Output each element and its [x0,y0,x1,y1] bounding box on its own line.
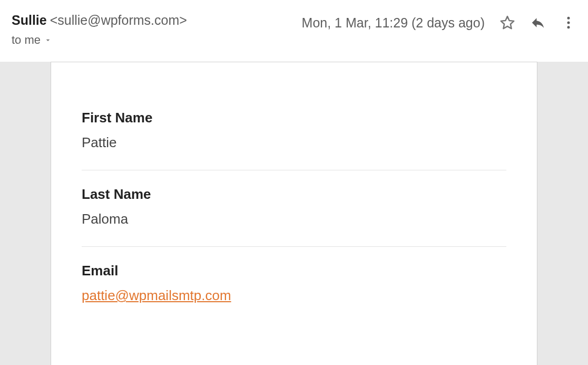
svg-point-2 [567,26,570,28]
reply-button[interactable] [530,15,546,31]
field-value: Pattie [82,135,506,151]
star-button[interactable] [499,15,515,31]
field-label: Last Name [82,186,506,203]
sender-line: Sullie <sullie@wpforms.com> [12,13,302,28]
email-header: Sullie <sullie@wpforms.com> to me Mon, 1… [0,0,588,47]
field-label: First Name [82,110,506,126]
email-link[interactable]: pattie@wpmailsmtp.com [82,287,231,303]
email-date: Mon, 1 Mar, 11:29 (2 days ago) [302,15,485,31]
field-divider [82,246,506,247]
recipient-dropdown[interactable]: to me [12,33,302,47]
star-icon [499,15,515,31]
email-content-card: First Name Pattie Last Name Paloma Email… [51,62,537,365]
field-value: Paloma [82,211,506,227]
svg-point-1 [567,22,570,24]
sender-name: Sullie [12,13,47,28]
field-email: Email pattie@wpmailsmtp.com [82,263,506,304]
field-first-name: First Name Pattie [82,110,506,170]
sender-block: Sullie <sullie@wpforms.com> to me [12,13,302,47]
email-body-wrap: First Name Pattie Last Name Paloma Email… [0,62,588,365]
field-divider [82,170,506,170]
to-label: to me [12,33,41,47]
field-last-name: Last Name Paloma [82,186,506,247]
chevron-down-icon [44,36,52,44]
header-actions: Mon, 1 Mar, 11:29 (2 days ago) [302,13,576,31]
more-options-button[interactable] [561,15,576,31]
reply-icon [530,15,546,31]
more-vertical-icon [561,15,576,31]
sender-email: <sullie@wpforms.com> [50,13,187,28]
svg-point-0 [567,17,570,20]
field-label: Email [82,263,506,279]
